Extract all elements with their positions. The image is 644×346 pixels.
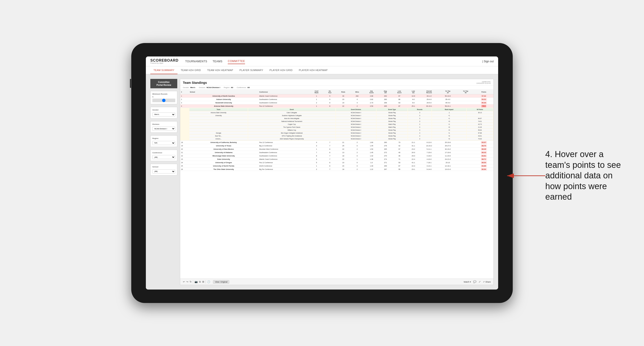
subnav-team-summary[interactable]: TEAM SUMMARY xyxy=(150,67,178,74)
points-cell[interactable]: 83.89 xyxy=(474,164,494,168)
subnav-team-h2h-grid[interactable]: TEAM H2H GRID xyxy=(178,66,204,74)
data-cell: 24 xyxy=(336,164,350,168)
nav-committee[interactable]: COMMITTEE xyxy=(228,59,245,64)
filter-division-label: Division: xyxy=(199,86,206,89)
col-vs25: Vs Top25 xyxy=(438,90,457,94)
data-cell: 7 xyxy=(324,168,336,171)
tt-type: Match Play xyxy=(376,123,408,126)
conf-cell: Big Ten Conference xyxy=(258,168,310,171)
watch-button[interactable]: Watch ▾ xyxy=(464,281,471,283)
col-rnds: Rnds xyxy=(336,90,350,94)
standings-table-container: # School Conference ConfRank NoTour Rnds… xyxy=(180,90,494,279)
subnav-team-h2h-heatmap[interactable]: TEAM H2H HEATMAP xyxy=(204,66,236,74)
data-cell xyxy=(457,148,474,151)
table-row: 25 University of North Florida ASUN Conf… xyxy=(180,164,494,168)
data-cell: 1.50 xyxy=(364,148,379,151)
view-original-button[interactable]: View: Original xyxy=(213,280,229,284)
points-cell[interactable]: 88.54 xyxy=(474,161,494,164)
tooltip-col-w-points: W Points xyxy=(467,108,493,111)
rank-cell: 3 xyxy=(180,101,189,104)
tt-w-points: 56.64 xyxy=(467,129,493,131)
data-cell: 7-15-0 xyxy=(420,151,438,154)
sign-out-button[interactable]: | Sign out xyxy=(482,60,494,63)
region-select[interactable]: N/A East xyxy=(152,141,175,145)
feedback-icon[interactable]: 💬 xyxy=(473,280,476,283)
points-cell[interactable]: 88.43 xyxy=(474,151,494,154)
conf-cell: Pac-12 Conference xyxy=(258,161,310,164)
tt-type: Stroke Play xyxy=(376,114,408,117)
data-cell: 29-5-0 xyxy=(420,101,438,104)
copy-icon[interactable]: ⧉ xyxy=(199,280,201,283)
data-cell: 25-19-0 xyxy=(438,141,457,144)
gender-select[interactable]: Men's Women's xyxy=(152,113,175,117)
filter-gender-label: Gender: xyxy=(183,86,190,89)
data-cell: 5-11-1 xyxy=(420,148,438,151)
points-cell[interactable]: 88.49 xyxy=(474,148,494,151)
nav-tournaments[interactable]: TOURNAMENTS xyxy=(185,59,207,64)
data-cell: 55 xyxy=(392,168,407,171)
conference-select[interactable]: (All) ACC xyxy=(152,155,175,159)
conf-cell: ASUN Conference xyxy=(258,164,310,168)
data-cell xyxy=(457,94,474,98)
filter-region-label: Region: xyxy=(224,86,230,89)
table-row: 3 Vanderbilt University Southeastern Con… xyxy=(180,101,494,104)
school-select[interactable]: (All) xyxy=(152,170,175,173)
tt-event: Williams Cup xyxy=(248,129,336,131)
nav-teams[interactable]: TEAMS xyxy=(213,59,222,64)
tt-rank-impact: +0 xyxy=(432,129,466,131)
points-cell[interactable]: 79.5 xyxy=(474,104,494,108)
data-cell: 0 xyxy=(350,161,364,164)
conf-cell: Southeastern Conference xyxy=(258,151,310,154)
points-cell[interactable]: 83.07 xyxy=(474,141,494,144)
division-select[interactable]: NCAA Division I NCAA Division II xyxy=(152,127,175,131)
conf-cell: Mountain West Conference xyxy=(258,148,310,151)
points-cell[interactable]: 80.94 xyxy=(474,168,494,171)
data-cell: 8 xyxy=(324,101,336,104)
refresh-icon[interactable]: ↻ xyxy=(190,280,192,283)
tt-type: Stroke Play xyxy=(376,138,408,140)
tt-team xyxy=(190,120,248,123)
min-rounds-slider[interactable] xyxy=(152,99,175,102)
undo-icon[interactable]: ↩ xyxy=(183,280,185,283)
redo-icon[interactable]: ↪ xyxy=(186,280,188,283)
data-cell: 7-19-1 xyxy=(420,161,438,164)
tt-division: NCAA Division I xyxy=(336,120,376,123)
data-cell: 271 xyxy=(379,161,392,164)
tooltip-col-division: Event Division xyxy=(336,108,376,111)
points-cell[interactable]: 97.02 xyxy=(474,94,494,98)
data-cell: 0 xyxy=(350,154,364,158)
clock-icon[interactable]: 🕐 xyxy=(207,280,210,283)
data-cell: 1.32 xyxy=(364,154,379,158)
points-cell[interactable]: 88.71 xyxy=(474,158,494,161)
grid-icon[interactable]: ⊞ xyxy=(202,280,204,283)
tt-rounds: 2 xyxy=(408,123,431,126)
subnav-player-h2h-grid[interactable]: PLAYER H2H GRID xyxy=(266,66,296,74)
tooltip-table-row: Williams Cup NCAA Division I Stroke Play… xyxy=(190,129,493,131)
data-cell: 1.45 xyxy=(364,151,379,154)
data-cell: 9 xyxy=(324,94,336,98)
data-cell: 4 xyxy=(350,101,364,104)
data-cell: 1 xyxy=(310,164,324,168)
data-cell: 2 xyxy=(350,141,364,144)
subnav-player-summary[interactable]: PLAYER SUMMARY xyxy=(236,66,266,74)
share-icon: ↗ xyxy=(483,281,485,283)
data-cell: 8 xyxy=(324,148,336,151)
tt-type: Stroke Play xyxy=(376,129,408,131)
subnav-player-h2h-heatmap[interactable]: PLAYER H2H HEATMAP xyxy=(296,66,331,74)
points-cell[interactable]: 83.81 xyxy=(474,154,494,158)
conf-cell: Pac-12 Conference xyxy=(258,104,310,108)
points-cell[interactable]: 88.70 xyxy=(474,144,494,148)
filter-gender: Gender: Men's xyxy=(183,86,195,89)
tt-event: Calor Collegiate xyxy=(248,111,336,114)
points-cell[interactable]: 90.30 xyxy=(474,101,494,104)
update-time: Update time:13/03/2024 10:03:42 xyxy=(476,81,491,84)
expand-icon[interactable]: ⤢ xyxy=(478,280,481,283)
school-cell: Vanderbilt University xyxy=(189,101,258,104)
data-cell: 23-10 xyxy=(438,161,457,164)
points-cell[interactable]: 93.31 xyxy=(474,98,494,101)
share-button[interactable]: ↗ Share xyxy=(483,281,491,283)
camera-icon[interactable]: 📷 xyxy=(194,280,198,283)
data-cell: 2 xyxy=(310,168,324,171)
standings-title: Team Standings xyxy=(183,81,207,84)
conf-cell: Southeastern Conference xyxy=(258,98,310,101)
